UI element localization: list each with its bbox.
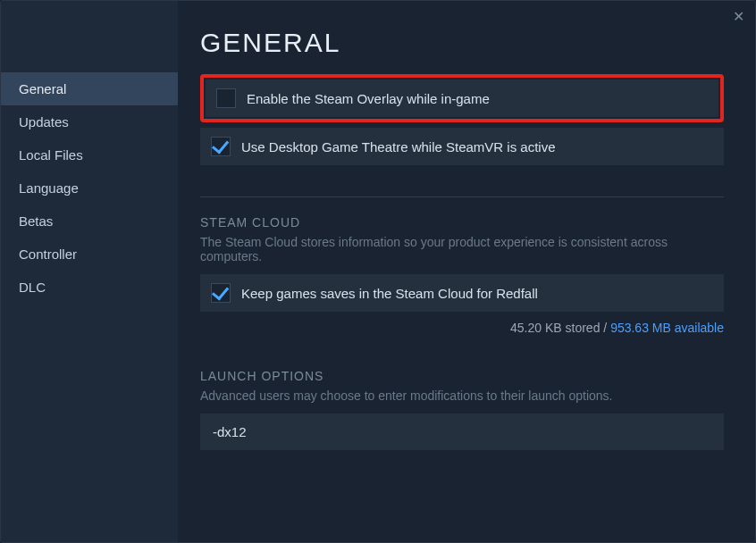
sidebar-item-betas[interactable]: Betas bbox=[1, 205, 178, 238]
option-theatre-label: Use Desktop Game Theatre while SteamVR i… bbox=[241, 139, 556, 155]
highlight-box: Enable the Steam Overlay while in-game bbox=[200, 74, 724, 122]
storage-stored: 45.20 KB stored / bbox=[510, 321, 610, 335]
sidebar-item-controller[interactable]: Controller bbox=[1, 238, 178, 271]
checkbox-cloud[interactable] bbox=[211, 283, 231, 303]
content-panel: GENERAL Enable the Steam Overlay while i… bbox=[178, 1, 755, 542]
properties-window: ✕ General Updates Local Files Language B… bbox=[0, 0, 756, 543]
layout: General Updates Local Files Language Bet… bbox=[1, 1, 755, 542]
sidebar: General Updates Local Files Language Bet… bbox=[1, 1, 178, 542]
cloud-title: STEAM CLOUD bbox=[200, 215, 724, 230]
page-title: GENERAL bbox=[200, 28, 724, 58]
separator bbox=[200, 196, 724, 197]
close-icon[interactable]: ✕ bbox=[733, 8, 744, 25]
launch-options-input[interactable] bbox=[200, 414, 724, 450]
option-theatre[interactable]: Use Desktop Game Theatre while SteamVR i… bbox=[200, 128, 724, 165]
launch-section: LAUNCH OPTIONS Advanced users may choose… bbox=[200, 369, 724, 450]
storage-info: 45.20 KB stored / 953.63 MB available bbox=[200, 321, 724, 335]
checkbox-overlay[interactable] bbox=[216, 88, 236, 108]
launch-desc: Advanced users may choose to enter modif… bbox=[200, 388, 724, 403]
option-cloud[interactable]: Keep games saves in the Steam Cloud for … bbox=[200, 274, 724, 312]
sidebar-item-dlc[interactable]: DLC bbox=[1, 271, 178, 304]
option-overlay-label: Enable the Steam Overlay while in-game bbox=[247, 91, 490, 106]
launch-title: LAUNCH OPTIONS bbox=[200, 369, 724, 383]
sidebar-item-local-files[interactable]: Local Files bbox=[1, 138, 178, 171]
sidebar-item-general[interactable]: General bbox=[1, 72, 178, 105]
checkbox-theatre[interactable] bbox=[211, 137, 231, 156]
option-cloud-label: Keep games saves in the Steam Cloud for … bbox=[241, 286, 538, 301]
cloud-desc: The Steam Cloud stores information so yo… bbox=[200, 235, 724, 263]
storage-available-link[interactable]: 953.63 MB available bbox=[610, 321, 724, 335]
option-overlay[interactable]: Enable the Steam Overlay while in-game bbox=[206, 79, 718, 117]
sidebar-item-language[interactable]: Language bbox=[1, 171, 178, 205]
sidebar-item-updates[interactable]: Updates bbox=[1, 105, 178, 138]
